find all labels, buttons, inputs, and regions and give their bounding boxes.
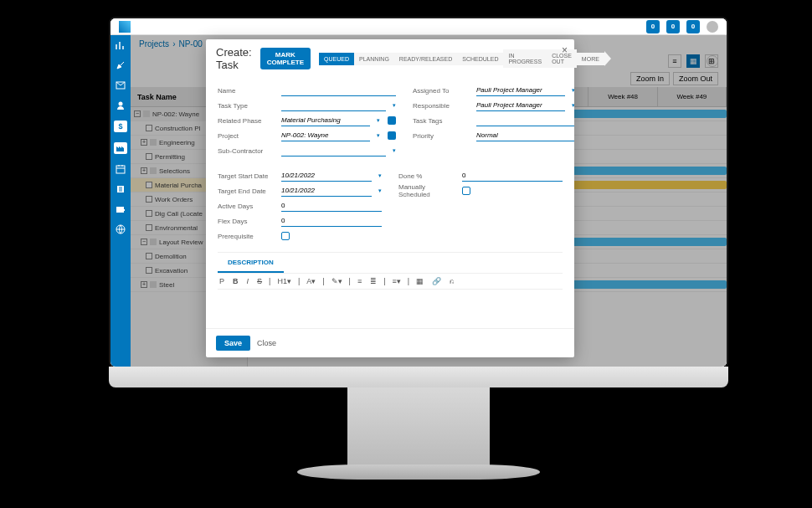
close-icon[interactable]: × bbox=[562, 44, 568, 56]
note-icon[interactable] bbox=[388, 131, 396, 140]
priority-label: Priority bbox=[413, 132, 471, 140]
sub-contractor-label: Sub-Contractor bbox=[218, 147, 276, 155]
list-button[interactable]: ≡ bbox=[356, 277, 363, 285]
status-tab-more[interactable]: MORE bbox=[577, 53, 604, 65]
notification-icon-1[interactable]: 0 bbox=[646, 20, 660, 33]
modal-title: Create: Task bbox=[216, 46, 252, 71]
prerequisite-label: Prerequisite bbox=[218, 233, 276, 240]
status-tab-ready[interactable]: READY/RELEASED bbox=[394, 53, 457, 65]
responsible-input[interactable] bbox=[476, 100, 565, 111]
task-tags-label: Task Tags bbox=[413, 117, 471, 125]
done-pct-input[interactable] bbox=[462, 170, 563, 182]
brush-icon[interactable] bbox=[115, 60, 126, 70]
app-logo bbox=[119, 21, 131, 33]
heading-button[interactable]: H1▾ bbox=[275, 277, 293, 285]
chevron-down-icon[interactable]: ▾ bbox=[572, 87, 574, 94]
assigned-to-input[interactable] bbox=[476, 85, 565, 96]
notification-icon-2[interactable]: 0 bbox=[666, 20, 680, 33]
font-size-button[interactable]: A▾ bbox=[305, 277, 317, 285]
user-avatar[interactable] bbox=[707, 21, 718, 33]
task-type-label: Task Type bbox=[218, 102, 276, 110]
chevron-down-icon[interactable]: ▾ bbox=[378, 187, 382, 194]
app-topbar: 0 0 0 bbox=[110, 18, 727, 35]
sub-contractor-input[interactable] bbox=[281, 145, 386, 157]
manually-scheduled-label: Manually Scheduled bbox=[398, 183, 457, 198]
status-tab-scheduled[interactable]: SCHEDULED bbox=[457, 53, 503, 65]
bold-button[interactable]: B bbox=[231, 277, 240, 285]
chevron-down-icon[interactable]: ▾ bbox=[378, 172, 382, 179]
task-tags-input[interactable] bbox=[476, 115, 574, 126]
chevron-down-icon[interactable]: ▾ bbox=[393, 147, 396, 154]
svg-point-1 bbox=[119, 102, 123, 106]
paragraph-button[interactable]: P bbox=[218, 277, 226, 285]
chevron-down-icon[interactable]: ▾ bbox=[377, 132, 380, 139]
chevron-down-icon[interactable]: ▾ bbox=[393, 102, 396, 109]
strike-button[interactable]: S bbox=[255, 277, 264, 285]
globe-icon[interactable] bbox=[115, 224, 126, 234]
font-color-button[interactable]: ✎▾ bbox=[330, 277, 344, 285]
target-end-label: Target End Date bbox=[218, 187, 276, 195]
assigned-to-label: Assigned To bbox=[413, 87, 471, 95]
svg-rect-3 bbox=[116, 166, 125, 173]
name-input[interactable] bbox=[281, 85, 396, 96]
project-label: Project bbox=[218, 132, 276, 140]
chevron-down-icon[interactable]: ▾ bbox=[572, 102, 574, 109]
priority-input[interactable] bbox=[476, 130, 574, 141]
align-button[interactable]: ≡▾ bbox=[391, 277, 403, 285]
notification-icon-3[interactable]: 0 bbox=[686, 20, 700, 33]
mail-icon[interactable] bbox=[115, 80, 126, 90]
unlink-button[interactable]: ⎌ bbox=[448, 277, 455, 285]
manually-scheduled-checkbox[interactable] bbox=[462, 187, 470, 195]
chevron-down-icon[interactable]: ▾ bbox=[377, 117, 380, 124]
create-task-modal: × Create: Task MARK COMPLETE QUEUED PLAN… bbox=[206, 39, 574, 357]
project-input[interactable] bbox=[281, 130, 370, 141]
target-start-label: Target Start Date bbox=[218, 172, 276, 180]
status-arrow-icon bbox=[604, 51, 611, 66]
active-days-label: Active Days bbox=[218, 203, 276, 210]
status-tab-in-progress[interactable]: IN PROGRESS bbox=[503, 49, 547, 68]
target-start-input[interactable] bbox=[281, 170, 372, 182]
link-button[interactable]: 🔗 bbox=[430, 277, 443, 285]
italic-button[interactable]: I bbox=[245, 277, 251, 285]
money-icon[interactable]: $ bbox=[114, 121, 127, 132]
factory-icon[interactable] bbox=[114, 142, 127, 154]
wallet-icon[interactable] bbox=[115, 204, 126, 214]
chart-icon[interactable] bbox=[115, 40, 126, 50]
flex-days-label: Flex Days bbox=[218, 218, 276, 225]
flex-days-input[interactable] bbox=[281, 215, 382, 227]
left-sidebar: $ bbox=[110, 35, 131, 367]
done-pct-label: Done % bbox=[398, 172, 457, 180]
mark-complete-button[interactable]: MARK COMPLETE bbox=[260, 48, 311, 69]
note-icon[interactable] bbox=[388, 116, 396, 125]
calendar-icon[interactable] bbox=[115, 164, 126, 174]
active-days-input[interactable] bbox=[281, 200, 382, 212]
svg-text:$: $ bbox=[118, 122, 122, 131]
responsible-label: Responsible bbox=[413, 102, 471, 110]
rich-text-toolbar: P B I S | H1▾ | A▾ | ✎▾ | ≡ ≣ | bbox=[218, 273, 563, 290]
related-phase-input[interactable] bbox=[281, 115, 370, 126]
table-button[interactable]: ▦ bbox=[414, 277, 425, 285]
list-icon[interactable] bbox=[115, 184, 126, 194]
name-label: Name bbox=[218, 87, 276, 95]
numbered-list-button[interactable]: ≣ bbox=[368, 277, 378, 285]
target-end-input[interactable] bbox=[281, 185, 372, 197]
user-icon[interactable] bbox=[115, 100, 126, 110]
status-tab-queued[interactable]: QUEUED bbox=[319, 53, 354, 65]
close-link[interactable]: Close bbox=[257, 339, 276, 347]
description-tab[interactable]: DESCRIPTION bbox=[218, 254, 284, 273]
related-phase-label: Related Phase bbox=[218, 117, 276, 125]
save-button[interactable]: Save bbox=[216, 336, 250, 351]
status-tab-planning[interactable]: PLANNING bbox=[354, 53, 394, 65]
prerequisite-checkbox[interactable] bbox=[281, 232, 290, 240]
task-type-input[interactable] bbox=[281, 100, 386, 111]
